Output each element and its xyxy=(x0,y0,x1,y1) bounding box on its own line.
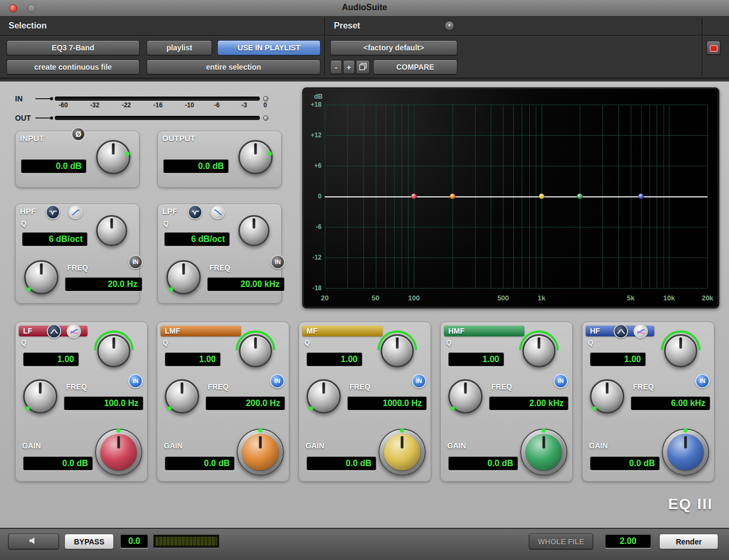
bypass-button[interactable]: BYPASS xyxy=(64,534,114,549)
band-in-button[interactable]: IN xyxy=(553,374,568,388)
band-in-button[interactable]: IN xyxy=(128,374,143,388)
whole-file-button[interactable]: WHOLE FILE xyxy=(529,534,593,549)
entire-selection-button[interactable]: entire selection xyxy=(147,60,320,75)
gain-knob[interactable] xyxy=(662,429,709,476)
preset-decrement-button[interactable]: - xyxy=(330,60,342,74)
render-button[interactable]: Render xyxy=(659,534,718,549)
playlist-button[interactable]: playlist xyxy=(147,40,212,55)
band-header-strip: MF xyxy=(302,326,383,336)
gain-value-display[interactable]: 0.0 dB xyxy=(23,456,93,470)
gain-value-display[interactable]: 0.0 dB xyxy=(448,456,518,470)
preview-audio-button[interactable] xyxy=(8,534,59,549)
bell-curve-button[interactable] xyxy=(614,324,628,338)
use-in-playlist-button[interactable]: USE IN PLAYLIST xyxy=(217,40,320,55)
knob-indicator-led xyxy=(268,152,272,156)
copy-preset-button[interactable] xyxy=(356,60,370,74)
freq-knob[interactable] xyxy=(590,379,624,414)
eq3-logo: EQ III xyxy=(668,496,713,513)
eq-point-mf[interactable] xyxy=(539,194,544,199)
compare-button[interactable]: COMPARE xyxy=(373,60,457,75)
plugin-window-button[interactable] xyxy=(706,41,720,55)
freq-knob[interactable] xyxy=(165,379,199,414)
freq-label: FREQ xyxy=(349,382,370,391)
gain-knob[interactable] xyxy=(237,429,284,476)
band-lmf-panel: LMF Q 1.00 IN FREQ 200.0 Hz GAIN 0.0 dB xyxy=(157,322,289,482)
freq-value-display[interactable]: 2.00 kHz xyxy=(489,396,568,410)
band-header-strip: LMF xyxy=(161,326,241,336)
create-continuous-file-button[interactable]: create continuous file xyxy=(6,60,140,75)
eq-point-lf[interactable] xyxy=(411,194,417,199)
q-label: Q xyxy=(21,338,26,347)
shelf-curve-button[interactable] xyxy=(633,324,648,338)
knob-pointer xyxy=(181,382,184,394)
gain-value-display[interactable]: 0.0 dB xyxy=(165,456,235,470)
plugin-selector-button[interactable]: EQ3 7-Band xyxy=(6,40,140,55)
q-value-display[interactable]: 1.00 xyxy=(590,352,646,366)
freq-value-display[interactable]: 100.0 Hz xyxy=(64,396,143,410)
bell-curve-button[interactable] xyxy=(47,324,61,338)
q-value-display[interactable]: 1.00 xyxy=(448,352,504,366)
eq-point-hf[interactable] xyxy=(638,194,644,199)
freq-label: FREQ xyxy=(491,382,512,391)
copy-icon xyxy=(359,63,367,70)
knob-indicator-led xyxy=(169,288,173,291)
knob-pointer xyxy=(401,436,404,449)
q-label: Q xyxy=(163,338,168,347)
footer-bar: BYPASS 0.0 WHOLE FILE 2.00 Render xyxy=(0,528,729,560)
shelf-curve-icon xyxy=(637,328,645,335)
shelf-curve-icon xyxy=(70,328,78,335)
preset-increment-button[interactable]: + xyxy=(343,60,355,74)
knob-indicator-led xyxy=(309,407,313,410)
gain-knob[interactable] xyxy=(378,429,426,476)
freq-value-display[interactable]: 200.0 Hz xyxy=(206,396,285,410)
knob-indicator-led xyxy=(259,429,263,432)
band-name-label: MF xyxy=(307,326,317,336)
knob-indicator-led xyxy=(593,407,596,410)
knob-indicator-led xyxy=(684,429,688,432)
gain-knob[interactable] xyxy=(520,429,567,476)
freq-knob[interactable] xyxy=(448,379,483,414)
freq-value-display[interactable]: 6.00 kHz xyxy=(631,396,710,410)
selection-section-title: Selection xyxy=(9,21,47,31)
gain-value-display[interactable]: 0.0 dB xyxy=(590,456,660,470)
band-in-button[interactable]: IN xyxy=(695,374,710,388)
gain-value-display[interactable]: 0.0 dB xyxy=(307,456,376,470)
q-value-display[interactable]: 1.00 xyxy=(307,352,362,366)
bell-curve-icon xyxy=(617,328,625,335)
target-icon xyxy=(710,45,718,52)
freq-value-display[interactable]: 1000.0 Hz xyxy=(347,396,427,410)
header-divider-right xyxy=(702,18,703,76)
preview-volume-display[interactable]: 0.0 xyxy=(120,534,148,548)
band-hmf-panel: HMF Q 1.00 IN FREQ 2.00 kHz GAIN 0.0 dB xyxy=(440,322,573,482)
q-knob-arc xyxy=(377,330,417,350)
plugin-panel: IN -60-32-22-16-10-6-30 OUT INPUT Ø 0.0 … xyxy=(0,82,729,528)
eq-point-lmf[interactable] xyxy=(450,194,455,199)
shelf-curve-button[interactable] xyxy=(67,324,81,338)
q-value-display[interactable]: 1.00 xyxy=(23,352,79,366)
gain-label: GAIN xyxy=(447,441,466,450)
band-mf-panel: MF Q 1.00 IN FREQ 1000.0 Hz GAIN 0.0 dB xyxy=(298,322,431,482)
preset-selector-button[interactable]: <factory default> xyxy=(330,40,457,55)
chevron-down-icon: ▼ xyxy=(447,23,451,28)
knob-pointer xyxy=(118,436,120,449)
freq-knob[interactable] xyxy=(307,379,341,414)
q-value-display[interactable]: 1.00 xyxy=(165,352,221,366)
knob-indicator-led xyxy=(167,407,171,410)
preset-menu-button[interactable]: ▼ xyxy=(444,21,454,31)
freq-knob[interactable] xyxy=(23,379,57,414)
q-label: Q xyxy=(446,338,451,347)
knob-indicator-led xyxy=(27,288,31,291)
band-in-button[interactable]: IN xyxy=(270,374,285,388)
gain-knob[interactable] xyxy=(95,429,142,476)
knob-pointer xyxy=(464,382,467,394)
audiosuite-window: AudioSuite Selection Preset ▼ EQ3 7-Band… xyxy=(0,0,729,560)
band-lf-panel: LF Q 1.00 IN FREQ 100.0 Hz GAIN 0.0 dB xyxy=(15,322,148,482)
bell-curve-icon xyxy=(50,328,59,335)
title-bar: AudioSuite xyxy=(0,0,729,17)
eq-point-hmf[interactable] xyxy=(577,194,582,199)
window-title: AudioSuite xyxy=(0,3,729,12)
processing-value-display[interactable]: 2.00 xyxy=(605,534,651,548)
band-header-strip: HMF xyxy=(444,326,524,336)
band-name-label: HMF xyxy=(448,326,464,336)
band-in-button[interactable]: IN xyxy=(412,374,426,388)
